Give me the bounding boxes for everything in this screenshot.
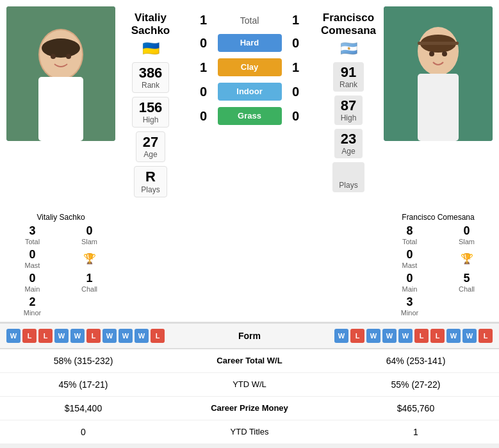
- total-label: Total: [218, 15, 282, 26]
- right-high-label: High: [341, 113, 357, 122]
- right-plays-value: [339, 165, 357, 180]
- form-badge-left-L: L: [151, 329, 165, 343]
- stats-right-val-3: 1: [332, 427, 499, 437]
- clay-button[interactable]: Clay: [218, 58, 282, 76]
- right-name-area: Francisco Comesana 8 Total 0 Slam 0 Mast…: [384, 213, 493, 317]
- left-stats-grid: 3 Total 0 Slam 0 Mast 🏆 0 Main: [6, 224, 115, 317]
- form-badge-right-L: L: [350, 329, 364, 343]
- left-minor-cell: 2 Minor: [6, 295, 58, 317]
- left-player-flag: 🇺🇦: [142, 40, 160, 57]
- left-stats-spacer: [115, 213, 186, 317]
- center-spacer: [186, 213, 313, 317]
- stats-left-val-0: 58% (315-232): [0, 356, 167, 366]
- stats-row-3: 0YTD Titles1: [0, 420, 499, 444]
- main-container: Vitaliy Sachko 🇺🇦 386 Rank 156 High 27 A…: [0, 0, 499, 444]
- right-main-cell: 0 Main: [384, 272, 436, 293]
- form-badge-left-W: W: [54, 329, 69, 343]
- players-section: Vitaliy Sachko 🇺🇦 386 Rank 156 High 27 A…: [0, 0, 499, 213]
- grass-button[interactable]: Grass: [218, 107, 282, 125]
- left-trophy-icon: 🏆: [83, 253, 96, 265]
- form-badge-right-W: W: [398, 329, 413, 343]
- form-badge-left-L: L: [38, 329, 53, 343]
- grass-right-score: 0: [288, 109, 304, 124]
- right-age-panel: 23 Age: [334, 129, 363, 158]
- right-total-cell: 8 Total: [384, 224, 436, 245]
- left-player-name: Vitaliy Sachko: [131, 12, 170, 38]
- left-player-photo: [6, 6, 115, 141]
- clay-row: 1 Clay 1: [196, 58, 304, 76]
- right-age-label: Age: [341, 147, 356, 156]
- right-trophy-cell: 🏆: [441, 248, 493, 269]
- form-label: Form: [165, 331, 334, 341]
- right-player-stats: Francisco Comesana 🇦🇷 91 Rank 87 High 23…: [313, 6, 384, 206]
- right-plays-label: Plays: [339, 181, 357, 190]
- total-right-score: 1: [288, 13, 304, 28]
- stats-center-label-3: YTD Titles: [167, 427, 332, 436]
- svg-point-5: [51, 54, 56, 59]
- hard-right-score: 0: [288, 36, 304, 51]
- stats-row-0: 58% (315-232)Career Total W/L64% (253-14…: [0, 349, 499, 373]
- left-trophy-cell: 🏆: [63, 248, 115, 269]
- stats-right-val-2: $465,760: [332, 403, 499, 413]
- hard-row: 0 Hard 0: [196, 34, 304, 52]
- svg-point-4: [42, 38, 80, 58]
- left-total-cell: 3 Total: [6, 224, 58, 245]
- right-player-name: Francisco Comesana: [321, 12, 376, 38]
- indoor-row: 0 Indoor 0: [196, 83, 304, 101]
- left-plays-value: R: [141, 169, 160, 185]
- hard-button[interactable]: Hard: [218, 34, 282, 52]
- right-minor-cell: 3 Minor: [384, 295, 436, 317]
- form-badge-left-L: L: [22, 329, 37, 343]
- stats-rows: 58% (315-232)Career Total W/L64% (253-14…: [0, 349, 499, 444]
- right-stats-grid: 8 Total 0 Slam 0 Mast 🏆 0 Main: [384, 224, 493, 317]
- right-player-photo: [384, 6, 493, 141]
- left-high-value: 156: [139, 100, 163, 115]
- svg-rect-3: [38, 77, 83, 141]
- form-badge-right-W: W: [366, 329, 380, 343]
- left-name-below: Vitaliy Sachko: [6, 213, 115, 222]
- right-high-value: 87: [341, 98, 357, 113]
- indoor-button[interactable]: Indoor: [218, 83, 282, 101]
- right-mast-cell: 0 Mast: [384, 248, 436, 269]
- left-plays-label: Plays: [141, 185, 160, 194]
- right-plays-panel: Plays: [332, 162, 364, 192]
- left-high-label: High: [139, 115, 163, 124]
- form-badge-right-W: W: [462, 329, 477, 343]
- right-rank-panel: 91 Rank: [333, 62, 364, 92]
- left-player-stats: Vitaliy Sachko 🇺🇦 386 Rank 156 High 27 A…: [115, 6, 186, 206]
- total-left-score: 1: [196, 13, 211, 28]
- stats-center-label-2: Career Prize Money: [167, 403, 332, 413]
- left-high-panel: 156 High: [132, 97, 170, 128]
- clay-left-score: 1: [196, 60, 211, 75]
- left-chall-cell: 1 Chall: [63, 272, 115, 293]
- right-slam-cell: 0 Slam: [441, 224, 493, 245]
- stats-center-label-1: YTD W/L: [167, 379, 332, 389]
- stats-left-val-2: $154,400: [0, 403, 167, 413]
- right-trophy-icon: 🏆: [461, 253, 473, 265]
- right-rank-label: Rank: [339, 80, 357, 89]
- grass-left-score: 0: [196, 109, 211, 124]
- form-section: WLLWWLWWWL Form WLWWWLLWWL: [0, 323, 499, 348]
- stats-row-1: 45% (17-21)YTD W/L55% (27-22): [0, 373, 499, 397]
- right-high-panel: 87 High: [334, 95, 363, 125]
- svg-point-11: [429, 51, 434, 56]
- grass-row: 0 Grass 0: [196, 107, 304, 125]
- indoor-left-score: 0: [196, 85, 211, 99]
- left-age-value: 27: [143, 135, 158, 150]
- form-badge-right-W: W: [382, 329, 397, 343]
- form-badge-left-W: W: [70, 329, 85, 343]
- left-name-area: Vitaliy Sachko 3 Total 0 Slam 0 Mast 🏆: [6, 213, 115, 317]
- right-form-badges: WLWWWLLWWL: [334, 329, 493, 343]
- stats-right-val-0: 64% (253-141): [332, 356, 499, 366]
- right-player-flag: 🇦🇷: [340, 40, 357, 57]
- right-stats-spacer: [313, 213, 384, 317]
- player-name-stats-row: Vitaliy Sachko 3 Total 0 Slam 0 Mast 🏆: [0, 213, 499, 322]
- stats-center-label-0: Career Total W/L: [167, 356, 332, 365]
- left-slam-cell: 0 Slam: [63, 224, 115, 245]
- svg-point-12: [442, 51, 447, 56]
- indoor-right-score: 0: [288, 85, 304, 99]
- form-badge-right-W: W: [334, 329, 348, 343]
- svg-point-6: [66, 54, 71, 59]
- right-age-value: 23: [341, 131, 356, 147]
- left-age-label: Age: [143, 150, 158, 159]
